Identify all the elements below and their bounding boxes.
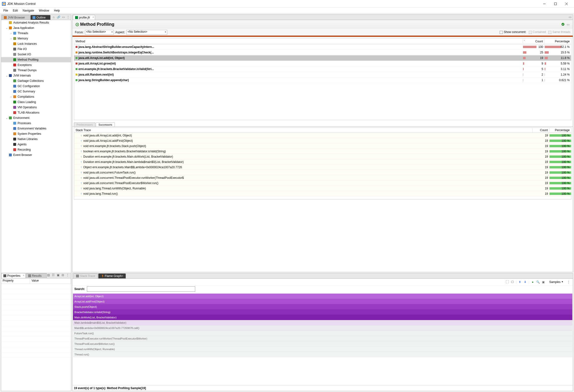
outline-item[interactable]: Lock Instances <box>1 41 71 46</box>
outline-item[interactable]: ⌄JVM Internals <box>1 73 71 78</box>
menu-file[interactable]: File <box>1 8 10 13</box>
method-row[interactable]: java.util.ArrayList.add(int, Object)1911… <box>74 55 571 61</box>
outline-item[interactable]: Recording <box>1 147 71 152</box>
flame-frame[interactable]: ArrayList.addFirst(Object) <box>73 299 572 304</box>
method-row[interactable]: java.lang.AbstractStringBuilder.ensureCa… <box>74 44 571 50</box>
close-icon[interactable]: × <box>122 274 123 278</box>
outline-item[interactable]: Native Libraries <box>1 136 71 142</box>
view-menu-icon[interactable]: ⋮ <box>66 15 70 19</box>
method-row[interactable]: java.lang.StringBuilder.append(char)10.6… <box>74 78 571 83</box>
col-stack-trace[interactable]: Stack Trace <box>74 128 533 132</box>
samples-dropdown[interactable]: Samples ▼ <box>548 280 564 285</box>
prop-tool-3-icon[interactable]: ▣ <box>56 273 60 277</box>
method-row[interactable]: erni.example.jfr.brackets.BracketValidat… <box>74 66 571 72</box>
prop-tool-4-icon[interactable]: ⊟ <box>61 273 65 277</box>
show-concurrent-checkbox[interactable]: Show concurrent: <box>500 30 526 34</box>
col-value[interactable]: Value <box>30 278 71 284</box>
flame-frame[interactable]: Main.doWork(List, BracketValidator) <box>73 315 572 320</box>
outline-item[interactable]: Class Loading <box>1 99 71 105</box>
outline-item[interactable]: File I/O <box>1 46 71 52</box>
flame-frame[interactable]: Main.lambda$main$0(List, BracketValidato… <box>73 320 572 325</box>
tab-flame-graph[interactable]: Flame Graph × <box>98 273 126 278</box>
flame-frame[interactable]: ArrayList.add(int, Object) <box>73 294 572 299</box>
flame-frame[interactable]: FutureTask.run() <box>73 331 572 336</box>
screen-icon[interactable]: 🖵 <box>511 280 514 284</box>
prop-tool-1-icon[interactable]: ▤ <box>46 273 50 277</box>
menu-navigate[interactable]: Navigate <box>20 8 36 13</box>
focus-combo[interactable]: <No Selection> <box>85 30 114 35</box>
flame-graph-body[interactable]: ArrayList.add(int, Object)ArrayList.addF… <box>72 293 573 385</box>
toggle-panel-icon[interactable]: ▭ <box>566 23 570 26</box>
outline-item[interactable]: Event Browser <box>1 152 71 158</box>
tab-profile-jfr[interactable]: profile.jfr × <box>73 15 95 20</box>
stack-row[interactable]: ↑void erni.example.jfr.brackets.Stack.pu… <box>74 144 571 149</box>
search-mode-icon[interactable]: 🔍 <box>536 280 540 284</box>
col-percentage[interactable]: Percentage <box>545 39 571 43</box>
outline-item[interactable]: GC Configuration <box>1 83 71 89</box>
outline-item[interactable]: Automated Analysis Results <box>1 20 71 25</box>
col-percentage[interactable]: Percentage <box>550 128 571 132</box>
max-view-icon[interactable]: ▭ <box>568 15 572 19</box>
menu-help[interactable]: Help <box>52 8 62 13</box>
tree-caret-icon[interactable]: ⌄ <box>5 117 8 119</box>
settings-icon[interactable]: ▣ <box>541 280 545 284</box>
nav-up-icon[interactable]: ⬆ <box>518 280 522 284</box>
outline-item[interactable]: ›Compilations <box>1 94 71 99</box>
tree-caret-icon[interactable]: › <box>9 37 13 40</box>
outline-item[interactable]: Agents <box>1 142 71 147</box>
outline-tree[interactable]: Automated Analysis Results⌄Java Applicat… <box>1 20 71 273</box>
outline-item[interactable]: Environment Variables <box>1 126 71 131</box>
flame-frame[interactable]: ThreadPoolExecutor$Worker.run() <box>73 341 572 347</box>
outline-item[interactable]: Thread Dumps <box>1 68 71 73</box>
method-row[interactable]: java.lang.runtime.SwitchBootstraps.integ… <box>74 50 571 55</box>
method-row[interactable]: java.util.Random.next(int)21.24 % <box>74 72 571 78</box>
tree-caret-icon[interactable]: ⌄ <box>5 74 8 77</box>
outline-item[interactable]: Socket I/O <box>1 52 71 57</box>
stack-row[interactable]: ↑void java.util.ArrayList.addFirst(Objec… <box>74 138 571 144</box>
outline-item[interactable]: TLAB Allocations <box>1 110 71 115</box>
stack-row[interactable]: ↑void java.util.ArrayList.add(int, Objec… <box>74 133 571 138</box>
tab-properties[interactable]: Properties × <box>1 273 25 278</box>
close-icon[interactable]: × <box>23 274 24 277</box>
outline-item[interactable]: VM Operations <box>1 105 71 110</box>
close-icon[interactable]: × <box>92 16 94 19</box>
home-icon[interactable]: ⌂ <box>52 15 56 19</box>
outline-item[interactable]: Method Profiling <box>1 57 71 62</box>
outline-item[interactable]: ⌄Environment <box>1 115 71 121</box>
prop-tool-2-icon[interactable]: ☷ <box>51 273 55 277</box>
col-count[interactable]: Count <box>533 128 550 132</box>
flame-search-input[interactable] <box>87 286 195 292</box>
minimize-view-icon[interactable]: ▭ <box>61 15 65 19</box>
outline-item[interactable]: ›Memory <box>1 36 71 41</box>
aspect-combo[interactable]: <No Selection> <box>126 30 167 35</box>
tab-outline[interactable]: Outline <box>30 15 51 20</box>
stack-row[interactable]: ↑void java.util.concurrent.ThreadPoolExe… <box>74 181 571 186</box>
stack-row[interactable]: ↑void java.util.concurrent.FutureTask.ru… <box>74 170 571 175</box>
minimize-button[interactable] <box>539 0 550 8</box>
stack-row[interactable]: ↑boolean erni.example.jfr.brackets.Brack… <box>74 149 571 154</box>
zoom-fit-icon[interactable]: ⛶ <box>505 280 509 284</box>
stack-row[interactable]: ↑void java.util.concurrent.ThreadPoolExe… <box>74 175 571 181</box>
flame-frame[interactable]: ThreadPoolExecutor.runWorker(ThreadPoolE… <box>73 336 572 341</box>
tree-caret-icon[interactable]: ⌄ <box>5 27 8 29</box>
tab-results[interactable]: Results <box>26 273 47 278</box>
view-menu-icon[interactable]: ⋮ <box>567 280 570 284</box>
tab-successors[interactable]: Successors <box>96 123 115 126</box>
stack-row[interactable]: ↑Duration erni.example.jfr.brackets.Main… <box>74 154 571 159</box>
play-icon[interactable]: ● <box>531 280 534 284</box>
maximize-button[interactable] <box>550 0 561 8</box>
prop-tool-5-icon[interactable]: ⋮ <box>66 273 70 277</box>
outline-item[interactable]: ›Threads <box>1 31 71 36</box>
method-table[interactable]: Method ⌄Count Percentage java.lang.Abstr… <box>74 38 571 120</box>
outline-item[interactable]: GC Summary <box>1 89 71 94</box>
col-count[interactable]: ⌄Count <box>523 39 545 43</box>
stack-row[interactable]: ↑void java.lang.Thread.run()19100 % <box>74 191 571 196</box>
outline-item[interactable]: Exceptions <box>1 62 71 68</box>
tab-stack-trace[interactable]: Stack Trace <box>73 273 98 278</box>
menu-edit[interactable]: Edit <box>10 8 20 13</box>
link-icon[interactable]: 🔗 <box>57 15 61 19</box>
stack-trace-table[interactable]: Stack Trace Count Percentage ↑void java.… <box>74 127 571 200</box>
tab-predecessors[interactable]: Predecessors <box>74 123 95 126</box>
flame-frame[interactable]: Thread.run() <box>73 352 572 357</box>
outline-item[interactable]: System Properties <box>1 131 71 136</box>
